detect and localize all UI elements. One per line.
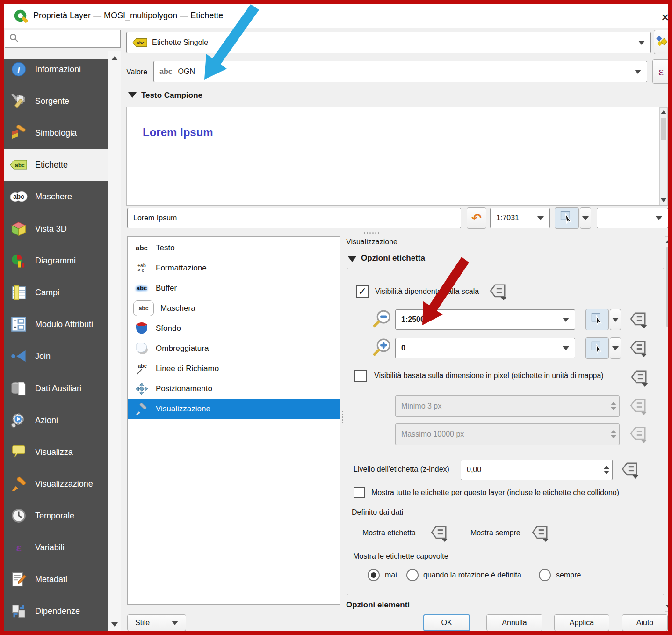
- sidebar-item-label: Diagrammi: [35, 256, 76, 266]
- sample-text-input[interactable]: Lorem Ipsum: [127, 208, 461, 228]
- help-button[interactable]: Aiuto: [622, 614, 668, 631]
- data-defined-override-icon[interactable]: [628, 310, 649, 329]
- data-defined-override-icon[interactable]: [487, 282, 509, 301]
- tab-maschera[interactable]: abc Maschera: [128, 298, 340, 318]
- max-scale-from-canvas-button[interactable]: [585, 337, 609, 359]
- tab-ombreggiatura[interactable]: Ombreggiatura: [128, 338, 340, 358]
- scroll-down-icon[interactable]: [665, 602, 672, 611]
- reset-sample-button[interactable]: ↶: [467, 207, 486, 229]
- spinner-arrows-icon[interactable]: [611, 430, 616, 438]
- scroll-thumb[interactable]: [666, 247, 671, 327]
- sidebar-item-temporale[interactable]: Temporale: [4, 500, 108, 532]
- sidebar-item-join[interactable]: Join: [4, 340, 108, 372]
- pixel-visibility-checkbox[interactable]: [354, 370, 367, 382]
- data-defined-override-icon[interactable]: [628, 424, 649, 444]
- sidebar-scroll-up[interactable]: [108, 53, 121, 63]
- sidebar-scroll-down[interactable]: [108, 620, 121, 629]
- sidebar-item-etichette[interactable]: abc Etichette: [4, 149, 108, 181]
- sidebar-scrollbar[interactable]: [108, 51, 121, 631]
- set-scale-from-canvas-button[interactable]: [555, 207, 579, 229]
- apply-button-label: Applica: [570, 619, 594, 627]
- sidebar-item-dati-ausiliari[interactable]: Dati Ausiliari: [4, 372, 108, 404]
- sample-preview-scrollbar[interactable]: [659, 107, 668, 205]
- min-pixel-size-spinbox[interactable]: Minimo 3 px: [395, 395, 620, 417]
- radio-quando-rotazione[interactable]: [406, 569, 419, 581]
- cancel-button-label: Annulla: [502, 619, 527, 627]
- sidebar-item-maschere[interactable]: abc Maschere: [4, 181, 108, 212]
- apply-button[interactable]: Applica: [554, 614, 609, 631]
- sidebar-item-simbologia[interactable]: Simbologia: [4, 117, 108, 149]
- diagrams-pie-icon: [10, 253, 28, 269]
- horizontal-splitter-handle[interactable]: [364, 232, 379, 234]
- chevron-down-icon: [612, 346, 619, 350]
- ok-button[interactable]: OK: [423, 614, 470, 631]
- close-icon[interactable]: ✕: [661, 12, 669, 24]
- scroll-thumb[interactable]: [661, 118, 666, 140]
- sidebar-item-visualizza[interactable]: Visualizza: [4, 436, 108, 468]
- z-index-spinbox[interactable]: 0,00: [461, 460, 613, 480]
- min-pixel-size-value: Minimo 3 px: [401, 402, 441, 410]
- scale-visibility-checkbox[interactable]: ✓: [356, 285, 369, 298]
- sidebar-item-azioni[interactable]: Azioni: [4, 404, 108, 436]
- sample-scale-combobox[interactable]: 1:7031: [490, 208, 550, 228]
- scroll-up-icon[interactable]: [665, 237, 672, 246]
- max-pixel-size-spinbox[interactable]: Massimo 10000 px: [395, 423, 620, 445]
- scroll-up-icon[interactable]: [660, 108, 667, 117]
- spinner-arrows-icon[interactable]: [611, 402, 616, 410]
- collapse-triangle-icon[interactable]: [348, 256, 356, 262]
- tab-label: Sfondo: [156, 324, 181, 333]
- show-all-labels-checkbox[interactable]: [354, 487, 365, 498]
- data-defined-override-icon[interactable]: [529, 523, 551, 543]
- tab-testo[interactable]: abc Testo: [128, 238, 340, 258]
- radio-mai[interactable]: [368, 569, 380, 581]
- data-defined-override-icon[interactable]: [628, 338, 649, 358]
- tab-buffer[interactable]: abc Buffer: [128, 278, 340, 298]
- expression-builder-button[interactable]: ε: [652, 59, 670, 84]
- sidebar-item-label: Modulo Attributi: [35, 320, 93, 329]
- extra-combobox[interactable]: [597, 208, 668, 228]
- sidebar-item-label: Temporale: [35, 511, 74, 521]
- sidebar-item-dipendenze[interactable]: Dipendenze: [4, 595, 108, 627]
- max-scale-combobox[interactable]: 0: [395, 338, 575, 358]
- variables-epsilon-icon: ε: [10, 540, 28, 555]
- tab-visualizzazione[interactable]: Visualizzazione: [128, 399, 340, 419]
- sidebar-item-sorgente[interactable]: Sorgente: [4, 85, 108, 117]
- data-defined-override-icon[interactable]: [428, 523, 450, 543]
- style-button[interactable]: Stile: [127, 614, 186, 631]
- collapse-triangle-icon[interactable]: [128, 92, 137, 98]
- data-defined-override-icon[interactable]: [619, 460, 641, 480]
- label-mode-combobox[interactable]: abc Etichette Singole: [126, 32, 651, 53]
- sidebar-item-visualizzazione[interactable]: Visualizzazione: [4, 468, 108, 500]
- auto-placement-settings-button[interactable]: [654, 30, 670, 54]
- cancel-button[interactable]: Annulla: [486, 614, 542, 631]
- data-defined-override-icon[interactable]: [629, 368, 650, 387]
- set-scale-dropdown-button[interactable]: [580, 207, 591, 229]
- vertical-splitter-handle[interactable]: [342, 411, 343, 423]
- max-scale-dropdown-button[interactable]: [610, 337, 621, 359]
- min-scale-dropdown-button[interactable]: [610, 309, 621, 330]
- rendering-panel-scrollbar[interactable]: [665, 236, 672, 612]
- qgis-logo: [13, 8, 29, 27]
- radio-sempre[interactable]: [539, 569, 551, 581]
- sidebar-item-modulo-attributi[interactable]: Modulo Attributi: [4, 308, 108, 340]
- min-scale-from-canvas-button[interactable]: [585, 309, 609, 330]
- data-defined-override-icon[interactable]: [628, 396, 649, 416]
- tab-sfondo[interactable]: Sfondo: [128, 318, 340, 338]
- spinner-arrows-icon[interactable]: [604, 466, 609, 474]
- min-scale-combobox[interactable]: 1:25000: [395, 309, 575, 330]
- sidebar-item-informazioni[interactable]: i Informazioni: [4, 53, 108, 85]
- scroll-down-icon[interactable]: [660, 196, 667, 205]
- sidebar-item-variabili[interactable]: ε Variabili: [4, 532, 108, 563]
- tab-posizionamento[interactable]: Posizionamento: [128, 379, 340, 399]
- sidebar-item-vista-3d[interactable]: Vista 3D: [4, 213, 108, 245]
- always-show-label: Mostra sempre: [470, 529, 520, 537]
- sidebar-item-campi[interactable]: Campi: [4, 277, 108, 308]
- search-input[interactable]: [5, 30, 121, 48]
- sidebar-item-label: Sorgente: [35, 96, 69, 106]
- tab-linee-di-richiamo[interactable]: abc Linee di Richiamo: [128, 358, 340, 379]
- temporal-clock-icon: [10, 508, 28, 524]
- value-field-combobox[interactable]: abc OGN: [153, 61, 647, 82]
- sidebar-item-metadati[interactable]: Metadati: [4, 563, 108, 595]
- sidebar-item-diagrammi[interactable]: Diagrammi: [4, 245, 108, 277]
- tab-formattazione[interactable]: +ab< c Formattazione: [128, 258, 340, 278]
